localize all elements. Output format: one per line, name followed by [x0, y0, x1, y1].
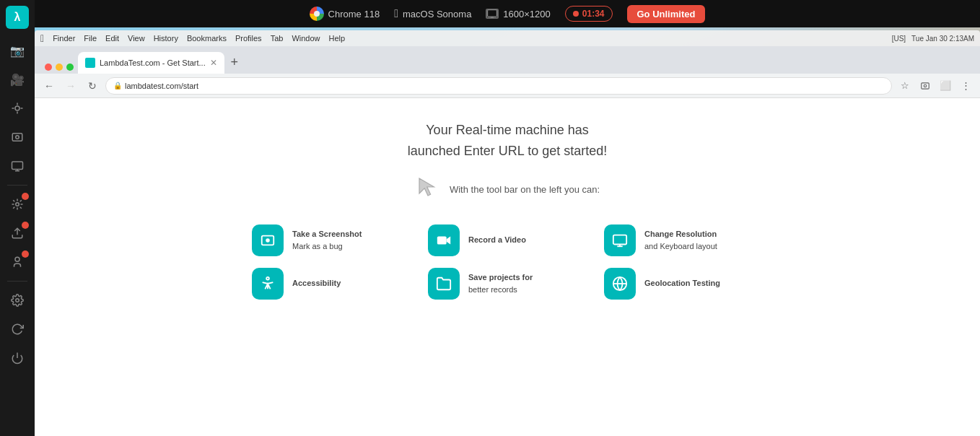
tab-title: LambdaTest.com - Get Start...: [100, 58, 206, 67]
screenshot-feature-text: Take a Screenshot Mark as a bug: [292, 228, 362, 252]
accessibility-feature-icon: [252, 268, 284, 300]
accessibility-feature-text: Accessibility: [292, 277, 341, 289]
apple-menu[interactable]: : [40, 32, 44, 44]
sidebar-item-bug[interactable]: [4, 95, 30, 121]
person-badge: [22, 250, 29, 258]
resolution-icon: [486, 9, 499, 19]
sidebar-item-power[interactable]: [4, 345, 30, 371]
timer-label: 01:34: [582, 9, 605, 19]
close-traffic-light[interactable]: [45, 64, 52, 71]
timer-badge: 01:34: [565, 6, 613, 22]
url-display: lambdatest.com/start: [125, 82, 198, 90]
video-feature-icon: [428, 224, 460, 256]
resolution-info: 1600×1200: [486, 9, 550, 19]
sidebar-item-video[interactable]: 🎥: [4, 66, 30, 92]
traffic-lights: [40, 64, 78, 71]
feature-resolution: Change Resolution and Keyboard layout: [604, 224, 763, 256]
new-tab-button[interactable]: +: [224, 52, 245, 72]
video-feature-text: Record a Video: [468, 234, 526, 246]
welcome-title: Your Real-time machine has launched Ente…: [408, 120, 608, 162]
feature-accessibility: Accessibility: [252, 268, 411, 300]
svg-point-15: [924, 84, 927, 87]
save-feature-text: Save projects for better records: [468, 271, 533, 295]
browser-label: Chrome 118: [328, 9, 380, 19]
macos-menubar:  Finder File Edit View History Bookmark…: [35, 30, 980, 46]
sidebar-item-upload[interactable]: [4, 220, 30, 246]
forward-button[interactable]: →: [62, 77, 79, 95]
sidebar-item-screenshot[interactable]: [4, 124, 30, 150]
sidebar-item-settings[interactable]: [4, 287, 30, 313]
svg-rect-14: [922, 82, 929, 88]
sidebar-logo[interactable]: λ: [6, 6, 29, 29]
svg-point-9: [16, 299, 19, 302]
address-bar-actions: ☆ ⬜ ⋮: [896, 77, 974, 95]
features-grid: Take a Screenshot Mark as a bug: [252, 224, 763, 300]
browser-window:  Finder File Edit View History Bookmark…: [35, 30, 980, 436]
browser-info: Chrome 118: [310, 6, 380, 21]
sidebar: λ 📷 🎥: [0, 0, 35, 436]
language-indicator: [US]: [892, 35, 906, 43]
toolbar-hint: With the tool bar on the left you can:: [415, 176, 600, 203]
browser-wrapper:  Finder File Edit View History Bookmark…: [35, 27, 980, 436]
svg-point-0: [15, 106, 19, 110]
screenshot-addr-button[interactable]: [916, 77, 934, 95]
svg-rect-1: [12, 134, 22, 141]
sidebar-item-display[interactable]: [4, 153, 30, 179]
svg-point-18: [266, 238, 270, 243]
resolution-label: 1600×1200: [503, 9, 550, 19]
sidebar-item-integrations[interactable]: [4, 191, 30, 217]
bookmarks-menu[interactable]: Bookmarks: [187, 34, 227, 43]
save-feature-icon: [428, 268, 460, 300]
svg-rect-11: [488, 10, 497, 17]
menubar-right: [US] Tue Jan 30 2:13AM: [892, 35, 974, 43]
geolocation-feature-icon: [604, 268, 636, 300]
fullscreen-traffic-light[interactable]: [66, 64, 74, 71]
browser-content: Your Real-time machine has launched Ente…: [35, 98, 980, 436]
os-label: macOS Sonoma: [403, 9, 471, 19]
svg-point-24: [266, 276, 269, 279]
svg-point-8: [15, 257, 19, 261]
history-menu[interactable]: History: [154, 34, 178, 43]
svg-rect-21: [613, 235, 626, 244]
svg-rect-19: [437, 236, 447, 244]
sidebar-item-camera[interactable]: 📷: [4, 38, 30, 64]
geolocation-feature-text: Geolocation Testing: [644, 277, 720, 289]
lock-icon: 🔒: [113, 82, 122, 90]
browser-tab[interactable]: LambdaTest.com - Get Start... ✕: [78, 52, 224, 74]
sidebar-divider-2: [7, 281, 27, 282]
more-button[interactable]: ⋮: [957, 77, 974, 95]
edit-menu[interactable]: Edit: [105, 34, 119, 43]
integrations-badge: [22, 193, 29, 200]
reload-button[interactable]: ↻: [84, 77, 101, 95]
resolution-feature-text: Change Resolution and Keyboard layout: [644, 228, 717, 252]
tab-close-button[interactable]: ✕: [210, 58, 217, 68]
back-button[interactable]: ←: [40, 77, 58, 95]
tab-menu[interactable]: Tab: [271, 34, 284, 43]
sidebar-item-person[interactable]: [4, 249, 30, 275]
main-content: Chrome 118  macOS Sonoma 1600×1200 01:3…: [35, 0, 980, 436]
help-menu[interactable]: Help: [329, 34, 346, 43]
bookmark-button[interactable]: ☆: [896, 77, 914, 95]
feature-save-projects: Save projects for better records: [428, 268, 587, 300]
upload-badge: [22, 222, 29, 229]
chrome-tabs-bar: LambdaTest.com - Get Start... ✕ +: [35, 46, 980, 74]
screenshot-feature-icon: [252, 224, 284, 256]
file-menu[interactable]: File: [84, 34, 97, 43]
window-menu[interactable]: Window: [292, 34, 320, 43]
hint-text: With the tool bar on the left you can:: [450, 184, 600, 195]
view-menu[interactable]: View: [128, 34, 145, 43]
svg-point-6: [16, 203, 19, 206]
svg-point-2: [16, 136, 19, 139]
profiles-menu[interactable]: Profiles: [235, 34, 262, 43]
address-bar[interactable]: 🔒 lambdatest.com/start: [105, 77, 892, 95]
go-unlimited-button[interactable]: Go Unlimited: [627, 5, 706, 23]
chrome-address-bar: ← → ↻ 🔒 lambdatest.com/start ☆ ⬜ ⋮: [35, 74, 980, 98]
sidebar-item-refresh[interactable]: [4, 316, 30, 342]
finder-menu[interactable]: Finder: [53, 34, 75, 43]
svg-marker-16: [419, 178, 434, 196]
minimize-traffic-light[interactable]: [56, 64, 63, 71]
tab-favicon: [85, 58, 95, 68]
datetime-display: Tue Jan 30 2:13AM: [911, 35, 974, 43]
feature-screenshot: Take a Screenshot Mark as a bug: [252, 224, 411, 256]
extend-button[interactable]: ⬜: [937, 77, 954, 95]
